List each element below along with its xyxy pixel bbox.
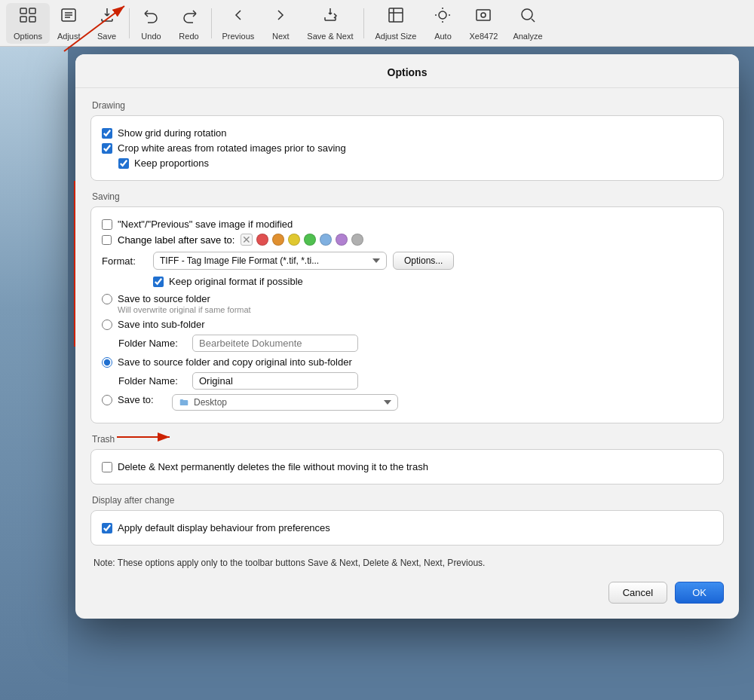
svg-rect-10 xyxy=(389,8,403,22)
original-folder-name-row: Folder Name: xyxy=(118,372,713,390)
keep-proportions-label[interactable]: Keep proportions xyxy=(134,157,209,169)
svg-rect-5 xyxy=(29,17,35,22)
save-subfolder-radio[interactable] xyxy=(102,319,112,330)
save-to-value: Desktop xyxy=(194,397,379,408)
show-grid-checkbox[interactable] xyxy=(102,128,112,139)
keep-original-label[interactable]: Keep original format if possible xyxy=(169,276,303,287)
trash-section-box: Delete & Next permanently deletes the fi… xyxy=(90,449,724,484)
toolbar-adjust-size[interactable]: Adjust Size xyxy=(367,3,424,44)
toolbar-next-label: Next xyxy=(272,32,290,41)
color-dot-yellow[interactable] xyxy=(288,234,300,246)
svg-point-14 xyxy=(522,9,532,20)
save-source-label[interactable]: Save to source folder xyxy=(118,293,210,304)
toolbar-adjust[interactable]: Adjust xyxy=(50,3,88,44)
toolbar-options[interactable]: Options xyxy=(6,3,50,44)
show-grid-label[interactable]: Show grid during rotation xyxy=(118,127,227,139)
format-select[interactable]: TIFF - Tag Image File Format (*.tif, *.t… xyxy=(153,252,387,270)
save-source-radio-row: Save to source folder Will overwrite ori… xyxy=(102,293,713,314)
color-dots-container: ✕ xyxy=(241,234,363,246)
dropdown-chevron-icon xyxy=(384,400,391,405)
adjust-size-icon xyxy=(387,6,405,29)
toolbar-undo[interactable]: Undo xyxy=(133,3,170,44)
toolbar-next[interactable]: Next xyxy=(262,3,299,44)
delete-next-label[interactable]: Delete & Next permanently deletes the fi… xyxy=(118,461,428,472)
next-prev-label[interactable]: "Next"/"Previous" save image if modified xyxy=(118,219,293,230)
apply-display-checkbox[interactable] xyxy=(102,523,112,533)
analyze-icon xyxy=(519,6,537,29)
color-dot-none[interactable]: ✕ xyxy=(241,234,253,246)
format-label: Format: xyxy=(102,255,147,267)
note-text: Note: These options apply only to the to… xyxy=(90,556,724,570)
toolbar-save[interactable]: Save xyxy=(88,3,126,44)
display-section-box: Apply default display behaviour from pre… xyxy=(90,510,724,546)
toolbar: Options Adjust Save xyxy=(0,0,754,47)
toolbar-previous[interactable]: Previous xyxy=(215,3,262,44)
dialog-overlay: Options Drawing Show grid during rotatio… xyxy=(60,47,754,700)
svg-point-13 xyxy=(481,13,486,17)
color-dot-gray[interactable] xyxy=(351,234,363,246)
save-source-content: Save to source folder Will overwrite ori… xyxy=(118,293,251,314)
dialog-footer: Cancel OK xyxy=(75,570,739,604)
svg-rect-4 xyxy=(20,17,26,22)
color-dot-orange[interactable] xyxy=(272,234,284,246)
saving-section-box: "Next"/"Previous" save image if modified… xyxy=(90,206,724,423)
subfolder-name-row: Folder Name: xyxy=(118,335,713,352)
keep-original-checkbox[interactable] xyxy=(153,277,164,287)
adjust-icon xyxy=(60,6,78,29)
save-to-radio[interactable] xyxy=(102,395,112,405)
apply-display-label[interactable]: Apply default display behaviour from pre… xyxy=(118,522,330,533)
keep-original-row: Keep original format if possible xyxy=(153,276,713,287)
toolbar-sep-3 xyxy=(363,8,364,38)
toolbar-redo[interactable]: Redo xyxy=(170,3,208,44)
original-folder-name-input[interactable] xyxy=(192,372,358,390)
format-options-button[interactable]: Options... xyxy=(393,252,454,270)
save-subfolder-label[interactable]: Save into sub-folder xyxy=(118,319,205,330)
color-dot-green[interactable] xyxy=(304,234,316,246)
toolbar-save-next-label: Save & Next xyxy=(307,32,353,41)
save-to-label[interactable]: Save to: xyxy=(118,394,167,405)
delete-next-row: Delete & Next permanently deletes the fi… xyxy=(102,461,713,472)
original-folder-name-label: Folder Name: xyxy=(118,375,186,387)
cancel-button[interactable]: Cancel xyxy=(608,582,667,604)
change-label-label[interactable]: Change label after save to: xyxy=(118,234,234,246)
subfolder-name-input[interactable] xyxy=(192,335,358,352)
delete-next-checkbox[interactable] xyxy=(102,462,112,472)
svg-point-11 xyxy=(439,11,446,19)
toolbar-xe8472[interactable]: Xe8472 xyxy=(461,3,505,44)
toolbar-redo-label: Redo xyxy=(179,32,198,41)
keep-proportions-checkbox[interactable] xyxy=(118,158,129,169)
keep-proportions-row: Keep proportions xyxy=(118,157,713,169)
crop-white-label[interactable]: Crop white areas from rotated images pri… xyxy=(118,142,346,154)
color-dot-red[interactable] xyxy=(256,234,268,246)
redo-icon xyxy=(180,6,198,29)
drawing-section-box: Show grid during rotation Crop white are… xyxy=(90,115,724,181)
ok-button[interactable]: OK xyxy=(675,582,724,604)
options-dialog: Options Drawing Show grid during rotatio… xyxy=(75,54,739,619)
subfolder-name-label: Folder Name: xyxy=(118,338,186,349)
color-dot-blue[interactable] xyxy=(320,234,332,246)
svg-rect-3 xyxy=(29,8,35,14)
next-prev-row: "Next"/"Previous" save image if modified xyxy=(102,219,713,230)
next-prev-checkbox[interactable] xyxy=(102,219,112,230)
apply-display-row: Apply default display behaviour from pre… xyxy=(102,522,713,533)
save-source-radio[interactable] xyxy=(102,294,112,304)
undo-icon xyxy=(143,6,161,29)
drawing-section-label: Drawing xyxy=(92,100,724,111)
save-source-copy-radio[interactable] xyxy=(102,357,112,368)
toolbar-auto[interactable]: Auto xyxy=(424,3,461,44)
crop-white-row: Crop white areas from rotated images pri… xyxy=(102,142,713,154)
save-to-radio-row: Save to: Desktop xyxy=(102,394,713,411)
save-source-copy-label[interactable]: Save to source folder and copy original … xyxy=(118,356,352,368)
crop-white-checkbox[interactable] xyxy=(102,143,112,154)
toolbar-adjust-size-label: Adjust Size xyxy=(375,32,416,41)
dialog-title: Options xyxy=(75,54,739,88)
save-options-group: Save to source folder Will overwrite ori… xyxy=(102,293,713,411)
change-label-checkbox[interactable] xyxy=(102,235,112,245)
toolbar-sep-2 xyxy=(211,8,212,38)
color-dot-purple[interactable] xyxy=(336,234,348,246)
save-icon xyxy=(98,6,116,29)
dialog-body: Drawing Show grid during rotation Crop w… xyxy=(75,88,739,570)
save-to-dropdown[interactable]: Desktop xyxy=(172,394,398,411)
toolbar-analyze[interactable]: Analyze xyxy=(505,3,550,44)
toolbar-save-next[interactable]: Save & Next xyxy=(299,3,360,44)
